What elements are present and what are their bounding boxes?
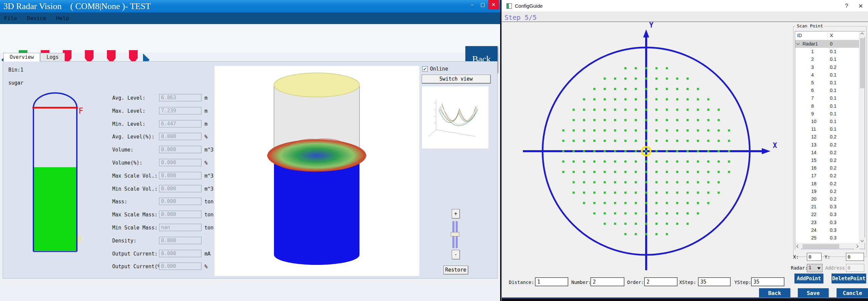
expander-icon[interactable] [797,42,800,45]
menu-item-file[interactable]: File [4,15,17,21]
field-value-input[interactable] [159,120,202,128]
y-coordinate-input[interactable] [846,253,864,261]
add-point-button[interactable]: AddPoint [795,274,823,283]
scan-point-row[interactable]: 20.1 [795,56,859,63]
tab-overview[interactable]: Overview [3,53,40,61]
minimize-button[interactable]: – [467,0,477,9]
scan-point-row[interactable]: 150.2 [795,157,859,164]
maximize-button[interactable]: ▢ [477,0,488,9]
field-value-input[interactable] [159,224,202,231]
field-value-input[interactable] [159,107,202,114]
horizontal-scrollbar-thumb[interactable] [803,244,839,248]
restore-button[interactable]: Restore [443,266,468,274]
scan-point-row[interactable]: 250.3 [795,234,859,242]
address-input[interactable] [846,264,864,272]
scan-point-row[interactable]: 230.3 [795,219,859,226]
scan-point-dot [645,233,647,235]
scan-point-dot [718,140,720,142]
field-value-input[interactable] [159,250,202,257]
scan-point-row[interactable]: Radar10 [795,40,859,48]
scan-point-row[interactable]: 80.1 [795,102,859,110]
param-input-number[interactable] [590,277,624,286]
field-value-input[interactable] [159,185,202,192]
field-value-input[interactable] [159,94,202,101]
horizontal-scrollbar[interactable] [795,243,860,249]
scroll-left-icon[interactable] [795,244,801,249]
radar-label: Radar: [791,265,808,271]
field-value-input[interactable] [159,263,202,270]
online-checkbox[interactable]: ✔ [422,66,428,72]
field-value-input[interactable] [159,198,202,205]
scan-point-row[interactable]: 190.2 [795,188,859,195]
scan-point-row[interactable]: 60.1 [795,87,859,94]
wizard-cancel-button[interactable]: Cancle [837,288,868,298]
scan-point-dot [666,212,668,214]
scan-point-row[interactable]: 50.1 [795,79,859,87]
scan-point-row[interactable]: 90.1 [795,110,859,118]
bin-toolbar: Bin:1Bin:2Bin:3Bin:4Bin:5Bin:6 Back [0,24,500,53]
param-input-ystep[interactable] [751,277,784,286]
scan-point-dot [666,109,668,111]
scan-point-row[interactable]: 140.2 [795,149,859,157]
scan-pattern-plot[interactable]: Y X [503,17,798,278]
vertical-scrollbar-thumb[interactable] [860,38,864,88]
surface-preview-panel[interactable] [422,86,489,149]
scan-point-row[interactable]: 200.2 [795,195,859,203]
scan-point-row[interactable]: 30.2 [795,63,859,71]
scan-point-row[interactable]: 240.3 [795,226,859,234]
scan-point-row[interactable]: 160.2 [795,164,859,172]
switch-view-button[interactable]: Switch view [422,75,491,83]
param-input-xstep[interactable] [698,277,731,286]
scan-point-dot [583,150,585,152]
menu-item-device[interactable]: Device [27,15,46,21]
y-axis-arrow-icon [643,29,649,37]
scan-point-dot [676,130,678,132]
scan-point-row[interactable]: 130.2 [795,141,859,149]
scan-point-dot [728,140,730,142]
help-button[interactable]: ? [840,0,853,12]
zoom-slider-handle[interactable] [451,232,459,237]
scan-point-row[interactable]: 170.2 [795,172,859,180]
delete-point-button[interactable]: DeletePoint [832,274,866,283]
scroll-up-icon[interactable] [859,31,865,37]
radar-dropdown[interactable]: 1 [807,264,823,272]
menu-item-help[interactable]: Help [56,15,69,21]
param-input-order[interactable] [644,277,678,286]
scan-point-row[interactable]: 10.1 [795,48,859,56]
param-input-distance[interactable] [535,277,568,286]
bin-3d-view[interactable] [215,66,419,276]
scan-point-dot [562,150,564,152]
close-button[interactable]: ✕ [488,0,499,9]
field-value-input[interactable] [159,172,202,179]
scan-point-dot [624,78,626,80]
tab-logs[interactable]: Logs [40,53,65,61]
scan-point-dot [635,223,637,225]
wizard-back-button[interactable]: Back [759,288,790,298]
field-value-input[interactable] [159,133,202,140]
scan-point-dot [728,130,730,132]
scan-point-dot [635,140,637,142]
field-value-input[interactable] [159,237,202,244]
field-value-input[interactable] [159,159,202,166]
scan-point-dot [676,119,678,121]
field-value-input[interactable] [159,211,202,218]
scroll-down-icon[interactable] [859,238,865,243]
wizard-save-button[interactable]: Save [798,288,829,298]
scan-point-row[interactable]: 100.1 [795,118,859,126]
configguide-close-button[interactable]: ✕ [854,0,867,12]
scan-point-dot [593,88,595,90]
x-coordinate-input[interactable] [807,253,822,261]
scroll-right-icon[interactable] [854,244,860,249]
scan-point-list[interactable]: ID X Radar1010.120.130.240.150.160.170.1… [795,31,865,249]
scan-point-row[interactable]: 120.2 [795,133,859,141]
scan-point-row[interactable]: 40.1 [795,71,859,79]
scan-point-row[interactable]: 220.3 [795,211,859,218]
zoom-in-button[interactable]: + [452,209,460,218]
scan-point-row[interactable]: 180.2 [795,180,859,188]
zoom-out-button[interactable]: - [452,250,460,259]
field-value-input[interactable] [159,146,202,153]
scan-point-row[interactable]: 70.1 [795,94,859,102]
scan-point-row[interactable]: 110.1 [795,126,859,133]
vertical-scrollbar[interactable] [859,31,865,249]
scan-point-row[interactable]: 210.3 [795,203,859,211]
